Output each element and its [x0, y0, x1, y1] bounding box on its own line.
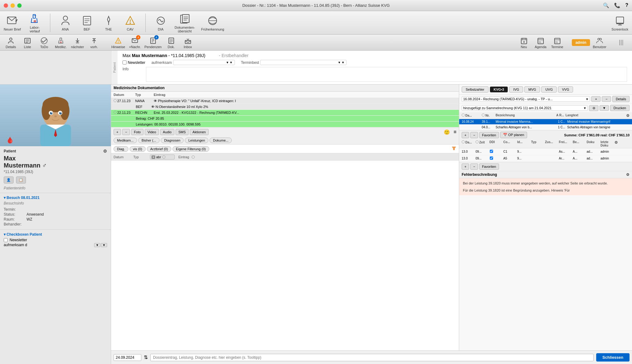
tab-mvg[interactable]: MVG — [524, 86, 540, 93]
aufmerksam-select[interactable]: ▼ ▼ — [173, 60, 235, 65]
tab-selbstzahler[interactable]: Selbstzahler — [462, 86, 489, 93]
toolbar-neuer-brief[interactable]: Neuer Brief — [4, 14, 21, 31]
foto-btn[interactable]: Foto — [131, 129, 143, 135]
help-icon[interactable]: ? — [625, 2, 628, 8]
toolbar-screenlock[interactable]: Screenlock — [612, 14, 628, 31]
tab-diag[interactable]: Diag. — [114, 146, 128, 152]
toolbar2-vorh[interactable]: vorh. — [87, 36, 101, 49]
toolbar2-todo[interactable]: ToDo — [37, 36, 51, 49]
leistungen-row-0[interactable]: 13.0 09... C1 9... As... A... ad... admi… — [459, 148, 632, 155]
op-planen-btn[interactable]: 📅 OP planen — [500, 132, 527, 138]
billing-table-gear[interactable]: ⚙ — [626, 114, 630, 118]
toolbar-bef[interactable]: BEF — [79, 14, 95, 31]
rechnung-select[interactable]: 16.08.2024 - Rechnung (TARMED-KVG) - una… — [462, 96, 590, 102]
leistungen-add-btn[interactable]: + — [462, 163, 469, 170]
sammelrechnung-select[interactable]: hinzugefügt zu Sammelrechnung (KVG 11) a… — [462, 105, 588, 111]
date-stepper[interactable]: ⇅ — [144, 354, 148, 360]
maximize-button[interactable] — [17, 3, 22, 8]
patient-person-btn[interactable]: 👤 — [4, 176, 14, 184]
tab-bisher[interactable]: Bisher (... — [138, 138, 160, 143]
toolbar2-medikamente[interactable]: Medikz. — [54, 36, 68, 49]
toolbar2-termine[interactable]: 31 Termine — [550, 36, 564, 49]
search-icon[interactable]: 🔍 — [603, 2, 609, 8]
rechnung-add-btn[interactable]: + — [591, 96, 601, 102]
tab-arztbrief[interactable]: Arztbrief (0) — [147, 146, 171, 152]
add-entry-btn[interactable]: + — [114, 129, 121, 135]
toolbar2-hinweise[interactable]: Hinweise — [111, 36, 125, 49]
video-btn[interactable]: Video — [145, 129, 159, 135]
tab-leistungen[interactable]: Leistungen — [185, 138, 208, 143]
filter-icon-btn[interactable] — [451, 146, 456, 152]
details-btn[interactable]: Details — [612, 96, 630, 102]
billing-add-btn[interactable]: + — [462, 132, 469, 138]
schliessen-btn[interactable]: Schliessen — [596, 353, 630, 362]
leistungen-remove-btn[interactable]: − — [470, 163, 478, 170]
sammelrechnung-minus-btn[interactable]: ⊖ — [589, 105, 598, 111]
emoji-btn[interactable]: 🙂 — [444, 129, 450, 135]
toolbar-fruhererkennung[interactable]: Früherkennung — [201, 14, 224, 31]
visit-header[interactable]: ▾ Besuch 08.01.2021 — [4, 196, 107, 200]
med-doc-row-0[interactable]: 27.11.23 NANA 👁 Physiotherapie VO: " Unf… — [111, 98, 459, 104]
sms-btn[interactable]: SMS — [176, 129, 189, 135]
toolbar2-agenda[interactable]: 31 Agenda — [534, 36, 548, 49]
toolbar-cav[interactable]: CAV — [123, 14, 138, 31]
aufmerksam-arrow-left[interactable]: ▼ — [94, 243, 100, 247]
aufmerksam-arrow-down[interactable]: ▼ — [226, 61, 229, 64]
close-button[interactable] — [4, 3, 8, 8]
filter-x-icon[interactable]: ✕ — [152, 155, 155, 159]
tab-kvg3[interactable]: KVG•3 — [490, 86, 508, 93]
ddi-cb-0[interactable] — [490, 150, 493, 153]
audio-btn[interactable]: Audio — [160, 129, 174, 135]
billing-remove-btn[interactable]: − — [470, 132, 478, 138]
remove-entry-btn[interactable]: − — [122, 129, 130, 135]
tab-eigene[interactable]: Eigene Filterung (0) — [173, 146, 209, 152]
phone-icon[interactable]: 📞 — [614, 2, 620, 8]
terminbest-arrow2[interactable]: ▼ — [342, 61, 345, 64]
toolbar2-neu[interactable]: Neu — [517, 36, 531, 49]
tab-uvg[interactable]: UVG — [541, 86, 557, 93]
terminbest-arrow1[interactable]: ▼ — [338, 61, 341, 64]
billing-row-1[interactable]: 04.0... Scharfes Abtragen von b... 1 C..… — [459, 125, 632, 130]
patient-gear-icon[interactable]: ⚙ — [103, 149, 107, 154]
aufmerksam-arrow-up[interactable]: ▼ — [230, 61, 233, 64]
toolbar2-liste[interactable]: Liste — [20, 36, 35, 49]
newsletter-cb[interactable] — [4, 238, 8, 242]
toolbar2-nachster[interactable]: nächster — [70, 36, 85, 49]
terminbest-select[interactable]: ▼ ▼ — [260, 60, 347, 65]
patient-doc-btn[interactable]: 📋 — [16, 176, 26, 184]
newsletter-checkbox[interactable] — [123, 60, 127, 64]
tab-vvg[interactable]: VVG — [558, 86, 573, 93]
aktionen-btn[interactable]: Aktionen — [190, 129, 209, 135]
med-doc-row-1[interactable]: 22.11.23 RECHN Erst. 25.03.2022 - KVG132… — [111, 110, 459, 116]
med-doc-row-0b[interactable]: BEF 👁 N:Oberstanästhesie 10 ml Xylo 2% — [111, 104, 459, 110]
rechnung-remove-btn[interactable]: − — [602, 96, 611, 102]
billing-row-0[interactable]: 16.08.24 39.1... Minimal invasive Mamma.… — [459, 119, 632, 125]
sammelrechnung-dropdown-btn[interactable]: ▼ — [600, 105, 609, 111]
tab-medikam[interactable]: Medikam... — [114, 138, 137, 143]
sammelrechnung-arrow[interactable]: ▼ — [583, 106, 586, 110]
tab-dokume[interactable]: Dokume... — [210, 138, 232, 143]
entry-input[interactable] — [150, 354, 594, 361]
toolbar2-benutzer[interactable]: Benutzer — [592, 36, 607, 49]
toolbar2-resize-handle[interactable] — [614, 38, 628, 47]
toolbar2-nachr[interactable]: 4 +Nachr. — [128, 36, 142, 49]
toolbar-dokumenten[interactable]: Dokumenten-übersicht — [175, 13, 195, 33]
tab-diagnosen[interactable]: Diagnosen — [161, 138, 184, 143]
checkboxen-header[interactable]: ▾ Checkboxen Patient — [4, 232, 107, 237]
aufmerksam-arrow-right[interactable]: ▼ — [101, 243, 107, 247]
date-input[interactable] — [114, 354, 141, 361]
leistungen-gear[interactable]: ⚙ — [614, 140, 618, 147]
toolbar-ana[interactable]: ANA — [58, 14, 73, 31]
admin-button[interactable]: admin — [572, 39, 590, 46]
favoriten-btn-1[interactable]: Favoriten — [479, 132, 499, 138]
info-textarea[interactable] — [146, 67, 627, 82]
toolbar2-details[interactable]: Details — [4, 36, 18, 49]
ddi-cb-1[interactable] — [490, 156, 493, 159]
toolbar2-pendenzen[interactable]: 4 Pendenzen — [144, 36, 162, 49]
favoriten-btn-2[interactable]: Favoriten — [479, 163, 499, 170]
rechnung-arrow[interactable]: ▼ — [585, 97, 588, 101]
toolbar-the[interactable]: THE — [101, 14, 116, 31]
list-options-btn[interactable]: ≡ — [454, 129, 456, 135]
tab-vis[interactable]: vis (0) — [130, 146, 146, 152]
tab-ivg[interactable]: IVG — [509, 86, 523, 93]
